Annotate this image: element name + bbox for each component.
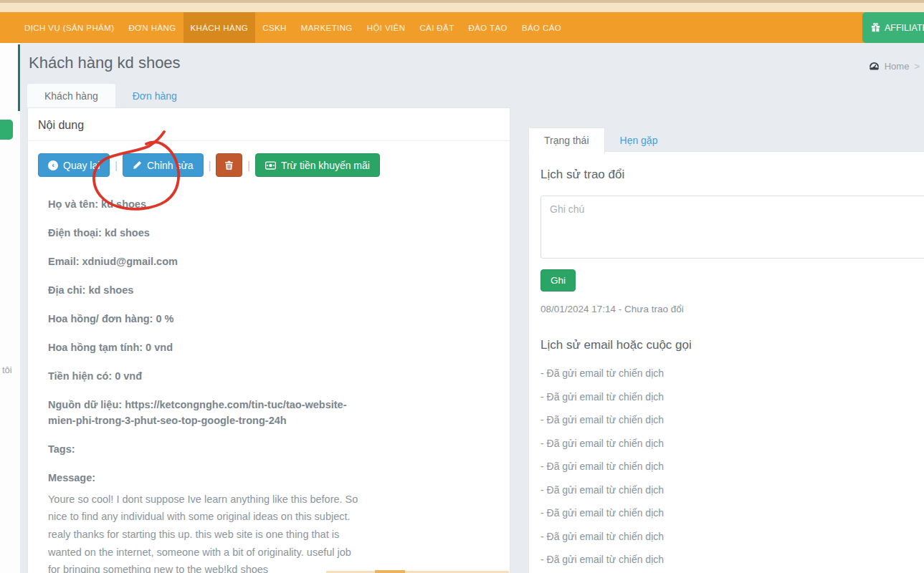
tab-trang-thai[interactable]: Trạng thái <box>528 127 605 154</box>
button-separator: | <box>115 160 118 171</box>
email-history-item: - Đã gửi email từ chiến dịch <box>540 438 924 449</box>
nav-menu-item-label: BÁO CÁO <box>522 24 561 32</box>
tab-don-hang[interactable]: Đơn hàng <box>115 84 194 109</box>
card-title: Nội dung <box>28 108 510 141</box>
nav-menu-item[interactable]: KHÁCH HÀNG <box>184 12 256 43</box>
status-panel: Lịch sử trao đổi Ghi 08/01/2024 17:14 - … <box>528 151 924 573</box>
email-history-item: - Đã gửi email từ chiến dịch <box>540 484 924 496</box>
email-history-item: - Đã gửi email từ chiến dịch <box>540 391 924 403</box>
pencil-icon <box>133 160 142 170</box>
arrow-circle-left-icon: ‹ <box>48 160 58 170</box>
button-separator: | <box>209 160 211 171</box>
cutoff-green-button[interactable] <box>0 120 13 140</box>
nav-menu-item[interactable]: ĐƠN HÀNG <box>121 12 183 43</box>
email-history-item: - Đã gửi email từ chiến dịch <box>540 367 924 379</box>
nav-menu-item-label: HỘI VIÊN <box>367 24 406 32</box>
customer-message-block: Message: Youre so cool! I dont suppose I… <box>28 470 394 573</box>
customer-field: Họ và tên: kd shoes <box>48 196 365 212</box>
cutoff-sidebar-text: tôi <box>2 365 12 375</box>
page-title: Khách hàng kd shoes <box>29 54 181 72</box>
nav-menu-item-label: KHÁCH HÀNG <box>191 24 249 32</box>
nav-menu-item-label: ĐÀO TẠO <box>469 24 508 32</box>
dashboard-icon <box>869 62 880 71</box>
breadcrumb-home[interactable]: Home <box>885 61 910 72</box>
edit-button-label: Chỉnh sửa <box>147 160 194 171</box>
action-button-row: ‹ Quay lại | Chỉnh sửa | | Trừ tiền khuy… <box>28 141 510 177</box>
back-button[interactable]: ‹ Quay lại <box>38 153 110 177</box>
email-history-item: - Đã gửi email từ chiến dịch <box>540 554 924 565</box>
page-tabs: Khách hàng Đơn hàng <box>27 84 194 109</box>
gift-icon <box>871 23 880 32</box>
last-note-entry: 08/01/2024 17:14 - Chưa trao đổi <box>540 304 924 314</box>
nav-menu-item[interactable]: CÀI ĐẶT <box>412 12 461 43</box>
nav-menu-item[interactable]: MARKETING <box>294 12 360 43</box>
screen: DỊCH VỤ (SẢN PHẨM) ĐƠN HÀNG KHÁCH HÀNG C… <box>0 0 924 573</box>
exchange-history-title: Lịch sử trao đổi <box>540 168 924 182</box>
breadcrumb: Home > <box>869 61 920 72</box>
email-history-list: - Đã gửi email từ chiến dịch - Đã gửi em… <box>540 367 924 573</box>
nav-menu-item-label: MARKETING <box>301 24 353 32</box>
nav-menu-item[interactable]: DỊCH VỤ (SẢN PHẨM) <box>17 12 121 43</box>
message-label: Message: <box>48 470 365 486</box>
cutoff-bottom-element-dark <box>375 570 405 573</box>
subtract-promo-label: Trừ tiền khuyến mãi <box>281 160 370 171</box>
nav-menu-item[interactable]: ĐÀO TẠO <box>462 12 515 43</box>
email-history-item: - Đã gửi email từ chiến dịch <box>540 414 924 425</box>
email-history-title: Lịch sử email hoặc cuộc gọi <box>540 338 924 352</box>
nav-menu-item-label: CSKH <box>262 24 287 32</box>
trash-icon <box>224 160 234 170</box>
affiliate-label: AFFILIATE <box>885 23 924 33</box>
delete-button[interactable] <box>216 153 242 177</box>
status-tabs: Trạng thái Hẹn gặp <box>528 127 672 153</box>
nav-menu-item[interactable]: HỘI VIÊN <box>360 12 413 43</box>
customer-field: Email: xdniud@gmail.com <box>48 254 365 269</box>
message-text: Youre so cool! I dont suppose Ive learn … <box>48 491 365 573</box>
customer-field: Hoa hồng/ đơn hàng: 0 % <box>48 311 365 327</box>
back-button-label: Quay lại <box>63 160 100 171</box>
customer-field: Tiền hiện có: 0 vnđ <box>48 368 365 384</box>
note-input[interactable] <box>540 196 924 259</box>
customer-field: Nguồn dữ liệu: https://ketcongnghe.com/t… <box>48 397 365 429</box>
nav-menu-item-label: DỊCH VỤ (SẢN PHẨM) <box>24 24 114 32</box>
customer-detail-card: Nội dung ‹ Quay lại | Chỉnh sửa | | <box>27 107 510 573</box>
edit-button[interactable]: Chỉnh sửa <box>123 153 204 177</box>
content-area: Khách hàng kd shoes Home > Khách hàng Đơ… <box>20 43 924 573</box>
nav-menu-item[interactable]: CSKH <box>255 12 294 43</box>
email-history-item: - Đã gửi email từ chiến dịch <box>540 507 924 519</box>
button-separator: | <box>247 160 250 171</box>
nav-menu-item-label: CÀI ĐẶT <box>419 24 454 32</box>
breadcrumb-separator: > <box>914 61 920 72</box>
customer-field: Tags: <box>48 441 365 457</box>
save-note-button[interactable]: Ghi <box>540 269 576 292</box>
underlying-page-fragment: tôi <box>0 43 20 573</box>
nav-menu-item[interactable]: BÁO CÁO <box>515 12 568 43</box>
subtract-promo-button[interactable]: Trừ tiền khuyến mãi <box>255 153 380 177</box>
nav-menu-item-label: ĐƠN HÀNG <box>128 24 176 32</box>
tab-hen-gap[interactable]: Hẹn gặp <box>605 127 673 153</box>
customer-field: Địa chỉ: kd shoes <box>48 282 365 298</box>
tab-khach-hang[interactable]: Khách hàng <box>27 84 115 109</box>
email-history-item: - Đã gửi email từ chiến dịch <box>540 461 924 472</box>
nav-menu: DỊCH VỤ (SẢN PHẨM) ĐƠN HÀNG KHÁCH HÀNG C… <box>0 12 924 43</box>
main-navbar: DỊCH VỤ (SẢN PHẨM) ĐƠN HÀNG KHÁCH HÀNG C… <box>0 12 924 43</box>
money-icon <box>265 161 276 170</box>
email-history-item: - Đã gửi email từ chiến dịch <box>540 531 924 542</box>
top-cream-strip <box>0 3 924 12</box>
customer-field: Hoa hồng tạm tính: 0 vnd <box>48 340 365 355</box>
customer-fields: Họ và tên: kd shoes Điện thoại: kd shoes… <box>28 177 394 458</box>
affiliate-button[interactable]: AFFILIATE <box>862 12 924 43</box>
customer-field: Điện thoại: kd shoes <box>48 225 365 241</box>
